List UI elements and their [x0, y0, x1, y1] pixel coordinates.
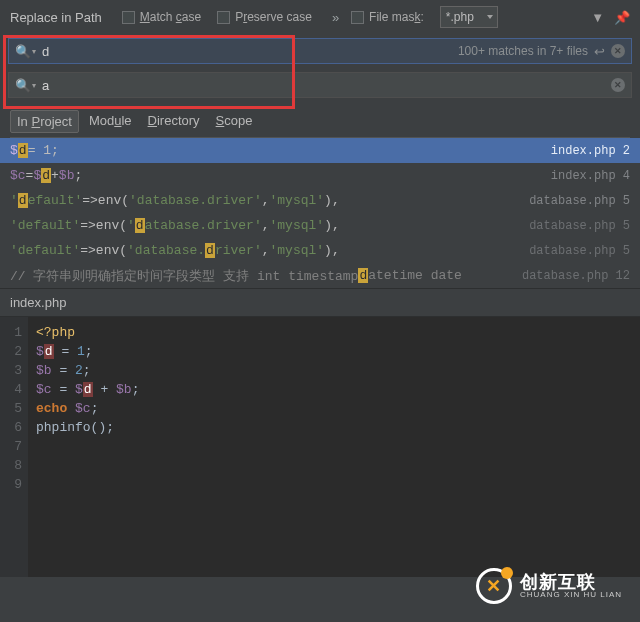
replace-field-row: 🔍 ▾ ✕ — [8, 72, 632, 98]
checkbox-icon — [351, 11, 364, 24]
pin-icon[interactable]: 📌 — [614, 10, 630, 25]
dialog-title: Replace in Path — [10, 10, 102, 25]
more-options-icon[interactable]: » — [332, 10, 339, 25]
result-row[interactable]: // 字符串则明确指定时间字段类型 支持 int timestamp datet… — [0, 263, 640, 288]
editor-filename: index.php — [0, 288, 640, 317]
watermark-logo: 创新互联 CHUANG XIN HU LIAN — [476, 568, 622, 604]
editor-code: <?php$d = 1;$b = 2;$c = $d + $b;echo $c;… — [28, 317, 139, 577]
filter-icon[interactable]: ▼ — [591, 10, 604, 25]
results-list: $d = 1;index.php 2$c = $d + $b;index.php… — [0, 138, 640, 288]
logo-text: 创新互联 — [520, 573, 622, 591]
checkbox-icon — [217, 11, 230, 24]
editor-preview: 123456789 <?php$d = 1;$b = 2;$c = $d + $… — [0, 317, 640, 577]
result-row[interactable]: 'default' => env('database.driver', 'mys… — [0, 188, 640, 213]
checkbox-icon — [122, 11, 135, 24]
replace-input[interactable] — [42, 78, 611, 93]
search-icon: 🔍 — [15, 78, 31, 93]
tab-in-project[interactable]: In Project — [10, 110, 79, 133]
dialog-header: Replace in Path Match case Preserve case… — [0, 0, 640, 34]
dropdown-icon[interactable] — [487, 15, 493, 19]
file-mask-checkbox[interactable]: File mask: — [351, 10, 424, 24]
match-count-label: 100+ matches in 7+ files — [458, 44, 588, 58]
result-row[interactable]: $c = $d + $b;index.php 4 — [0, 163, 640, 188]
search-icon: 🔍 — [15, 44, 31, 59]
logo-subtext: CHUANG XIN HU LIAN — [520, 591, 622, 599]
newline-icon[interactable]: ↩ — [594, 44, 605, 59]
editor-gutter: 123456789 — [0, 317, 28, 577]
history-dropdown-icon[interactable]: ▾ — [32, 47, 36, 56]
history-dropdown-icon[interactable]: ▾ — [32, 81, 36, 90]
search-input[interactable] — [42, 44, 458, 59]
logo-icon — [476, 568, 512, 604]
result-row[interactable]: $d = 1;index.php 2 — [0, 138, 640, 163]
scope-tabs: In Project Module Directory Scope — [0, 102, 640, 137]
tab-directory[interactable]: Directory — [142, 110, 206, 133]
search-field-row: 🔍 ▾ 100+ matches in 7+ files ↩ ✕ — [8, 38, 632, 64]
preserve-case-checkbox[interactable]: Preserve case — [217, 10, 312, 24]
result-row[interactable]: 'default' => env('database.driver', 'mys… — [0, 238, 640, 263]
tab-scope[interactable]: Scope — [210, 110, 259, 133]
match-case-checkbox[interactable]: Match case — [122, 10, 201, 24]
result-row[interactable]: 'default' => env('database.driver', 'mys… — [0, 213, 640, 238]
clear-icon[interactable]: ✕ — [611, 78, 625, 92]
clear-icon[interactable]: ✕ — [611, 44, 625, 58]
tab-module[interactable]: Module — [83, 110, 138, 133]
